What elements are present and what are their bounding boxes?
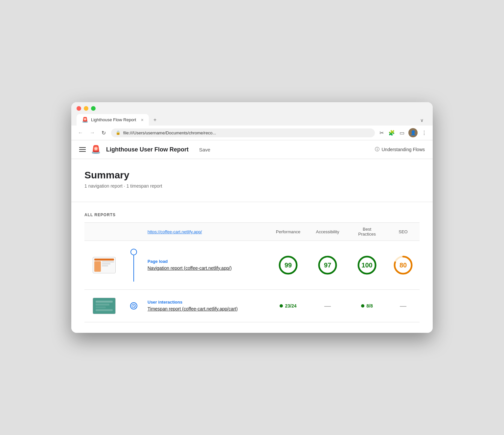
section-separator xyxy=(71,202,433,202)
app-header: 🚨 Lighthouse User Flow Report Save ⓘ Und… xyxy=(71,140,433,159)
hamburger-menu-button[interactable] xyxy=(79,147,86,152)
address-lock-icon: 🔒 xyxy=(116,130,121,135)
help-circle-icon: ⓘ xyxy=(375,147,379,152)
window-icon[interactable]: ▭ xyxy=(399,129,405,137)
tab-favicon-icon: 🚨 xyxy=(82,117,88,123)
performance-score-value: 99 xyxy=(285,262,292,269)
best-practices-gauge: 100 xyxy=(356,255,378,276)
green-dot-icon xyxy=(280,304,283,308)
accessibility-score-cell: 97 xyxy=(308,255,347,276)
thumbnail-cell xyxy=(84,257,124,273)
report-info: Page load Navigation report (coffee-cart… xyxy=(144,259,268,272)
tab-bar: 🚨 Lighthouse Flow Report × + ∨ xyxy=(77,114,427,126)
accessibility-score-value: 97 xyxy=(324,262,331,269)
tab-title: Lighthouse Flow Report xyxy=(91,117,136,122)
reports-table: https://coffee-cart.netlify.app/ Perform… xyxy=(84,223,420,322)
performance-gauge: 99 xyxy=(278,255,299,276)
report-info-2: User interactions Timespan report (coffe… xyxy=(144,300,268,312)
accessibility-header: Accessibility xyxy=(308,229,347,234)
lighthouse-logo-icon: 🚨 xyxy=(91,145,101,154)
all-reports-label: ALL REPORTS xyxy=(84,213,420,217)
table-row: User interactions Timespan report (coffe… xyxy=(84,290,420,322)
summary-title: Summary xyxy=(84,170,420,181)
browser-chrome: 🚨 Lighthouse Flow Report × + ∨ xyxy=(71,102,433,126)
table-header: https://coffee-cart.netlify.app/ Perform… xyxy=(84,223,420,241)
more-icon[interactable]: ⋮ xyxy=(421,129,427,137)
performance-score-cell: 99 xyxy=(268,255,308,276)
help-label: Understanding Flows xyxy=(381,147,425,152)
step-connector-line xyxy=(133,255,134,282)
avatar[interactable]: 👤 xyxy=(408,128,418,137)
step-indicator-2 xyxy=(124,302,144,309)
forward-button[interactable]: → xyxy=(88,129,96,136)
performance-audit-cell: 23/24 xyxy=(268,303,308,309)
best-practices-audit-value: 8/8 xyxy=(366,303,373,309)
fullscreen-traffic-light[interactable] xyxy=(91,106,96,111)
toolbar-icons: ✂ 🧩 ▭ 👤 ⋮ xyxy=(379,128,427,137)
help-link[interactable]: ⓘ Understanding Flows xyxy=(375,147,425,152)
summary-subtitle: 1 navigation report · 1 timespan report xyxy=(84,183,420,189)
thumbnail-cell-2 xyxy=(84,298,124,314)
step-circle-icon xyxy=(130,249,137,255)
performance-audit-score: 23/24 xyxy=(280,303,296,309)
save-button[interactable]: Save xyxy=(199,147,210,152)
performance-header: Performance xyxy=(268,229,308,234)
traffic-lights xyxy=(77,106,427,111)
report-type-label-2: User interactions xyxy=(148,300,264,305)
seo-score-value: 80 xyxy=(400,262,407,269)
back-button[interactable]: ← xyxy=(77,129,84,136)
green-dot-2-icon xyxy=(361,304,364,308)
performance-audit-value: 23/24 xyxy=(285,303,296,309)
seo-dash: — xyxy=(400,302,406,310)
seo-score-cell: 80 xyxy=(387,255,420,276)
report-type-label: Page load xyxy=(148,259,264,264)
best-practices-score-cell: 100 xyxy=(347,255,387,276)
browser-window: 🚨 Lighthouse Flow Report × + ∨ ← → ↻ 🔒 f… xyxy=(71,102,433,333)
address-field[interactable]: 🔒 file:///Users/username/Documents/chrom… xyxy=(111,128,375,137)
table-url-header[interactable]: https://coffee-cart.netlify.app/ xyxy=(148,229,202,234)
tab-close-button[interactable]: × xyxy=(141,117,144,123)
extensions-icon[interactable]: 🧩 xyxy=(388,129,396,137)
seo-dash-cell: — xyxy=(387,302,420,310)
main-content: Summary 1 navigation report · 1 timespan… xyxy=(71,159,433,333)
accessibility-dash: — xyxy=(324,302,331,310)
close-traffic-light[interactable] xyxy=(77,106,81,111)
step-clock-icon xyxy=(130,302,137,309)
active-tab[interactable]: 🚨 Lighthouse Flow Report × xyxy=(77,114,149,126)
address-text: file:///Users/username/Documents/chrome/… xyxy=(123,130,216,135)
step-indicator xyxy=(124,249,144,282)
seo-gauge: 80 xyxy=(393,255,414,276)
tab-expand-button[interactable]: ∨ xyxy=(416,115,427,126)
address-bar-row: ← → ↻ 🔒 file:///Users/username/Documents… xyxy=(71,126,433,140)
scissors-icon[interactable]: ✂ xyxy=(379,129,384,137)
minimize-traffic-light[interactable] xyxy=(84,106,88,111)
nav-report-link[interactable]: Navigation report (coffee-cart.netlify.a… xyxy=(148,265,232,271)
new-tab-button[interactable]: + xyxy=(149,114,160,126)
timespan-thumbnail xyxy=(93,298,116,314)
svg-line-10 xyxy=(134,306,135,307)
nav-thumbnail xyxy=(93,257,116,273)
seo-header: SEO xyxy=(387,229,420,234)
best-practices-audit-score: 8/8 xyxy=(361,303,373,309)
table-row: Page load Navigation report (coffee-cart… xyxy=(84,241,420,290)
app-title: Lighthouse User Flow Report xyxy=(106,146,189,153)
accessibility-dash-cell: — xyxy=(308,302,347,310)
app-content: 🚨 Lighthouse User Flow Report Save ⓘ Und… xyxy=(71,140,433,333)
best-practices-score-value: 100 xyxy=(361,262,372,269)
best-practices-header: BestPractices xyxy=(347,227,387,237)
timespan-report-link[interactable]: Timespan report (coffee-cart.netlify.app… xyxy=(148,306,238,311)
refresh-button[interactable]: ↻ xyxy=(100,129,107,137)
accessibility-gauge: 97 xyxy=(317,255,338,276)
best-practices-audit-cell: 8/8 xyxy=(347,303,387,309)
